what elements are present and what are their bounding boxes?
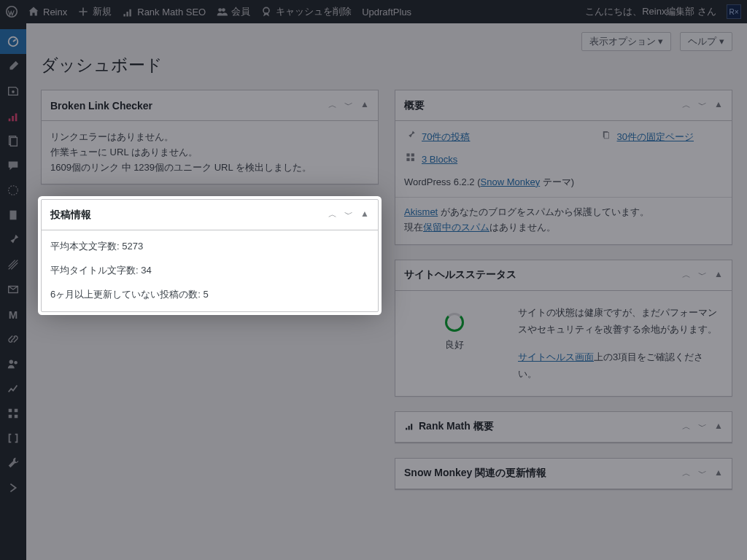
posts-count-link[interactable]: 70件の投稿 [422, 130, 470, 145]
move-up-icon[interactable]: ︿ [682, 421, 691, 433]
site-health-screen-link[interactable]: サイトヘルス画面 [518, 351, 594, 362]
svg-point-3 [263, 7, 269, 13]
svg-point-2 [222, 8, 225, 12]
screen-options-button[interactable]: 表示オプション ▾ [581, 32, 672, 51]
stale-posts: 6ヶ月以上更新していない投稿の数: 5 [50, 287, 369, 303]
menu-dashboard[interactable] [0, 29, 26, 54]
toggle-icon[interactable]: ▲ [714, 421, 723, 433]
blc-title: Broken Link Checker [50, 100, 152, 112]
avatar[interactable]: R× [727, 4, 741, 19]
menu-tools[interactable] [0, 451, 26, 475]
plus-icon [77, 6, 89, 18]
rankmath-bar-link[interactable]: Rank Math SEO [122, 6, 206, 18]
pin-icon [404, 130, 417, 145]
chart-icon [122, 6, 133, 18]
svg-rect-9 [10, 211, 17, 220]
chart-icon [404, 421, 414, 433]
menu-link[interactable] [0, 327, 26, 351]
blocks-icon [404, 152, 417, 168]
blocks-count-link[interactable]: 3 Blocks [422, 152, 457, 168]
menu-slash[interactable] [0, 252, 26, 277]
svg-rect-22 [411, 158, 414, 160]
move-down-icon[interactable]: ﹀ [698, 467, 707, 480]
medal-icon [260, 6, 272, 18]
blc-line1: リンクエラーはありません。 [50, 130, 369, 145]
health-progress-ring [445, 313, 464, 332]
greeting[interactable]: こんにちは、Reinx編集部 さん [585, 5, 716, 18]
help-button[interactable]: ヘルプ ▾ [680, 32, 732, 51]
spam-queue-link[interactable]: 保留中のスパム [423, 222, 489, 233]
toggle-icon[interactable]: ▲ [714, 467, 723, 480]
move-up-icon[interactable]: ︿ [328, 209, 337, 221]
avg-body-chars: 平均本文文字数: 5273 [50, 239, 369, 254]
content-area: 表示オプション ▾ ヘルプ ▾ ダッシュボード Broken Link Chec… [26, 23, 747, 560]
akismet-link[interactable]: Akismet [404, 206, 438, 217]
menu-grid[interactable] [0, 401, 26, 426]
menu-rankmath[interactable] [0, 104, 26, 128]
broken-link-checker-box: Broken Link Checker ︿ ﹀ ▲ リンクエラーはありません。 … [41, 90, 379, 184]
svg-point-8 [9, 186, 18, 195]
move-down-icon[interactable]: ﹀ [698, 99, 707, 112]
move-down-icon[interactable]: ﹀ [698, 421, 707, 433]
move-up-icon[interactable]: ︿ [328, 99, 337, 112]
menu-arrow[interactable] [0, 475, 26, 500]
menu-pin[interactable] [0, 228, 26, 252]
menu-m[interactable]: M [0, 302, 26, 327]
move-up-icon[interactable]: ︿ [682, 269, 691, 281]
svg-point-1 [218, 8, 222, 12]
toggle-icon[interactable]: ▲ [714, 99, 723, 112]
move-up-icon[interactable]: ︿ [682, 467, 691, 480]
toggle-icon[interactable]: ▲ [360, 99, 369, 112]
svg-rect-13 [9, 409, 12, 413]
svg-point-12 [14, 361, 18, 365]
toggle-icon[interactable]: ▲ [360, 209, 369, 221]
move-down-icon[interactable]: ﹀ [344, 99, 353, 112]
wp-version: WordPress 6.2.2 ( [404, 176, 481, 187]
at-a-glance-box: 概要 ︿ ﹀ ▲ 70件の投稿 30件の固定ページ 3 Blocks [395, 90, 732, 245]
menu-comments[interactable] [0, 153, 26, 178]
snowmonkey-box-title: Snow Monkey 関連の更新情報 [404, 467, 546, 480]
health-desc: サイトの状態は健康ですが、まだパフォーマンスやセキュリティを改善する余地がありま… [518, 304, 720, 338]
avg-title-chars: 平均タイトル文字数: 34 [50, 263, 369, 279]
svg-rect-20 [411, 153, 414, 156]
members-link[interactable]: 会員 [216, 5, 250, 18]
wp-logo[interactable] [6, 6, 18, 18]
menu-posts[interactable] [0, 54, 26, 79]
rankmath-overview-box: Rank Math 概要 ︿ ﹀ ▲ [395, 411, 732, 443]
move-down-icon[interactable]: ﹀ [698, 269, 707, 281]
blc-line2: 作業キューに URL はありません。 [50, 145, 369, 160]
svg-rect-19 [406, 153, 409, 156]
page-title: ダッシュボード [41, 54, 732, 77]
menu-bracket[interactable] [0, 426, 26, 451]
new-content-link[interactable]: 新規 [77, 5, 112, 18]
svg-rect-14 [15, 409, 18, 413]
svg-rect-7 [10, 138, 17, 147]
health-status-label: 良好 [407, 338, 502, 353]
updraft-link[interactable]: UpdraftPlus [362, 7, 411, 18]
theme-link[interactable]: Snow Monkey [481, 176, 541, 187]
admin-bar: Reinx 新規 Rank Math SEO 会員 キャッシュを削除 Updra… [0, 0, 747, 23]
rankmath-box-title: Rank Math 概要 [404, 420, 494, 433]
menu-media[interactable] [0, 79, 26, 104]
menu-doc[interactable] [0, 203, 26, 228]
menu-generic-circle[interactable] [0, 178, 26, 203]
svg-rect-16 [15, 415, 18, 419]
menu-pages[interactable] [0, 128, 26, 153]
toggle-icon[interactable]: ▲ [714, 269, 723, 281]
svg-point-5 [12, 90, 15, 93]
menu-analytics[interactable] [0, 376, 26, 401]
menu-users[interactable] [0, 351, 26, 376]
users-icon [216, 6, 228, 18]
clear-cache-link[interactable]: キャッシュを削除 [260, 5, 352, 18]
menu-mail[interactable] [0, 277, 26, 302]
home-icon [28, 6, 39, 18]
site-home-link[interactable]: Reinx [28, 6, 67, 18]
move-down-icon[interactable]: ﹀ [344, 209, 353, 221]
move-up-icon[interactable]: ︿ [682, 99, 691, 112]
pages-count-link[interactable]: 30件の固定ページ [617, 130, 694, 145]
svg-point-0 [7, 7, 17, 17]
snowmonkey-updates-box: Snow Monkey 関連の更新情報 ︿ ﹀ ▲ [395, 458, 732, 490]
admin-side-menu: M [0, 23, 26, 560]
svg-point-11 [9, 360, 13, 364]
rightnow-title: 概要 [404, 99, 425, 112]
